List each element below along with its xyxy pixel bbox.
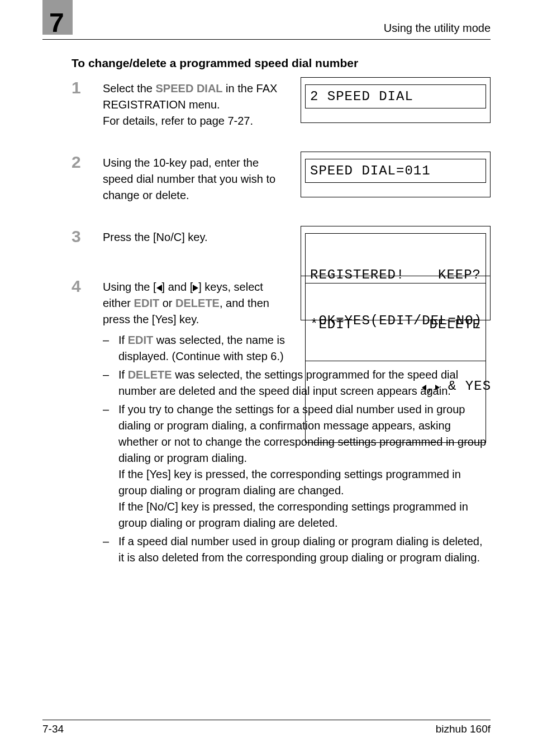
text-fragment: Using the [ <box>103 281 156 293</box>
highlight-edit: EDIT <box>128 334 154 346</box>
step-4: 4 Using the [] and [] keys, select eithe… <box>72 279 491 568</box>
lcd-edit-label: *EDIT <box>310 317 353 333</box>
lcd-display-4: *EDIT DELETE , & YES <box>301 276 491 320</box>
page-content: To change/delete a programmed speed dial… <box>72 55 491 568</box>
right-arrow-icon <box>193 285 198 291</box>
highlight-delete: DELETE <box>128 368 172 381</box>
bullet-dash: – <box>103 533 118 566</box>
step-4-number: 4 <box>72 278 103 295</box>
lcd-text: SPEED DIAL=011 <box>305 159 486 183</box>
left-arrow-icon <box>156 285 162 291</box>
text-fragment: If <box>118 334 128 346</box>
list-item: – If a speed dial number used in group d… <box>103 533 491 566</box>
step-3: 3 Press the [No/C] key. REGISTERED! KEEP… <box>72 229 491 245</box>
section-title: To change/delete a programmed speed dial… <box>72 55 491 72</box>
text-fragment: If the [Yes] key is pressed, the corresp… <box>118 468 461 497</box>
highlight-delete: DELETE <box>175 297 220 309</box>
bullet-dash: – <box>103 367 118 399</box>
chapter-number: 7 <box>49 3 64 42</box>
text-fragment: For details, refer to page 7-27. <box>103 115 253 127</box>
header-rule <box>42 39 491 40</box>
lcd-text: 2 SPEED DIAL <box>305 84 486 108</box>
text-fragment: Select the <box>103 82 156 94</box>
running-header: Using the utility mode <box>384 20 491 36</box>
step-1-number: 1 <box>72 79 103 96</box>
lcd-display-1: 2 SPEED DIAL <box>301 77 491 123</box>
product-name: bizhub 160f <box>436 721 491 737</box>
text-fragment: or <box>159 297 175 309</box>
text-fragment: If the [No/C] key is pressed, the corres… <box>118 500 468 529</box>
step-1-text: Select the SPEED DIAL in the FAX REGISTR… <box>103 81 287 129</box>
step-2-text: Using the 10-key pad, enter the speed di… <box>103 155 287 204</box>
lcd-display-2: SPEED DIAL=011 <box>301 152 491 197</box>
bullet-dash: – <box>103 401 118 531</box>
step-3-number: 3 <box>72 228 103 245</box>
page-number: 7-34 <box>42 721 64 737</box>
step-1: 1 Select the SPEED DIAL in the FAX REGIS… <box>72 81 491 129</box>
lcd-delete-label: DELETE <box>430 317 481 333</box>
highlight-speed-dial: SPEED DIAL <box>156 82 223 94</box>
arrow-keys-icon: , <box>413 380 440 395</box>
step-3-text: Press the [No/C] key. <box>103 229 287 245</box>
step-2: 2 Using the 10-key pad, enter the speed … <box>72 155 491 204</box>
step-2-number: 2 <box>72 154 103 171</box>
step-4-text: Using the [] and [] keys, select either … <box>103 279 287 328</box>
lcd-display-3: REGISTERED! KEEP? OK=YES(EDIT/DEL=NO) <box>301 226 491 276</box>
highlight-edit: EDIT <box>134 297 160 309</box>
list-item: – If EDIT was selected, the name is disp… <box>103 332 304 365</box>
bullet-dash: – <box>103 332 118 365</box>
text-fragment: ] and [ <box>162 281 193 293</box>
lcd-bottom-text: & YES <box>440 379 491 394</box>
footer-rule <box>42 720 491 720</box>
lcd-text: *EDIT DELETE , & YES <box>305 283 486 443</box>
text-fragment: If <box>118 368 128 381</box>
text-fragment: If a speed dial number used in group dia… <box>118 533 491 566</box>
